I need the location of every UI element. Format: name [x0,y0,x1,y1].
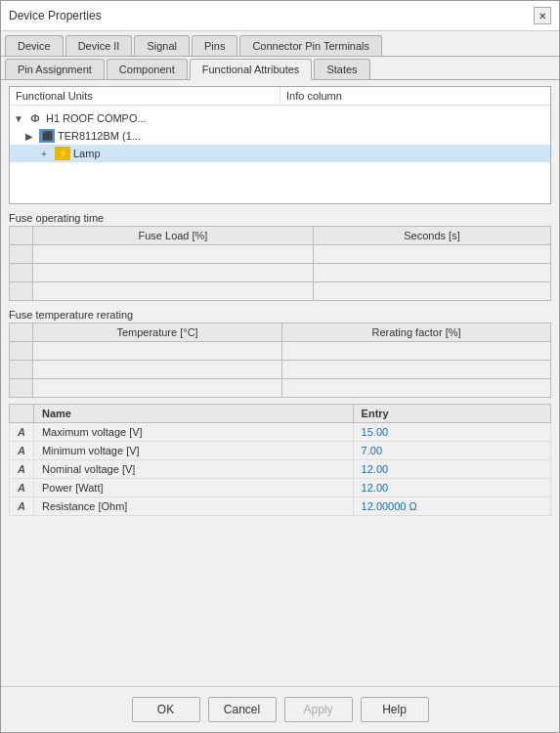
tree-header: Functional Units Info column [10,87,550,106]
prop-name-1: Minimum voltage [V] [33,442,353,460]
tree-item-root[interactable]: ▼ Ф H1 ROOF COMPO... [10,109,550,127]
temp-row-num-3 [10,379,33,398]
dialog-title: Device Properties [9,9,102,22]
temp-row-num-2 [10,361,33,379]
fuse-operating-time-section: Fuse operating time Fuse Load [%] Second… [9,210,551,301]
rerating-cell-2 [282,361,551,379]
fuse-load-cell-1 [33,245,314,264]
fuse-row-num-2 [10,264,33,282]
title-bar: Device Properties ✕ [1,1,559,31]
properties-table: Name Entry A Maximum voltage [V] 15.00 A… [9,404,551,516]
fuse-temperature-label: Fuse temperature rerating [9,309,551,321]
tree-label-component: TER8112BM (1... [58,130,141,142]
fuse-empty-row-1 [10,245,551,264]
fuse-row-num-3 [10,282,33,301]
functional-unit-icon: Ф [27,111,43,125]
fuse-seconds-cell-2 [313,264,550,282]
fuse-temperature-table: Temperature [°C] Rerating factor [%] [9,323,551,398]
prop-name-header: Name [33,405,353,423]
properties-row-2: A Nominal voltage [V] 12.00 [10,460,551,479]
prop-entry-4[interactable]: 12.00000 Ω [353,497,550,516]
fuse-seconds-cell-1 [313,245,550,264]
tab-states[interactable]: States [314,59,369,79]
expand-icon-lamp[interactable]: + [41,149,55,159]
properties-row-1: A Minimum voltage [V] 7.00 [10,442,551,460]
expand-icon-root[interactable]: ▼ [14,113,27,124]
prop-entry-2[interactable]: 12.00 [353,460,550,479]
tab-device2[interactable]: Device II [65,35,133,56]
properties-row-0: A Maximum voltage [V] 15.00 [10,423,551,442]
apply-button[interactable]: Apply [284,697,353,722]
prop-entry-1[interactable]: 7.00 [353,442,550,460]
tree-item-component[interactable]: ▶ ⬛ TER8112BM (1... [10,127,550,145]
title-bar-buttons: ✕ [534,7,551,24]
tree-label-lamp: Lamp [73,148,101,159]
prop-entry-header: Entry [353,405,550,423]
fuse-table-num-header [10,227,33,245]
fuse-load-cell-3 [33,282,314,301]
temp-cell-1 [33,342,282,361]
tab-pin-assignment[interactable]: Pin Assignment [5,59,105,79]
temp-row-num-1 [10,342,33,361]
tree-item-lamp[interactable]: + ⚡ Lamp [10,145,550,162]
expand-icon-component[interactable]: ▶ [25,131,39,142]
tree-area: ▼ Ф H1 ROOF COMPO... ▶ ⬛ TER8112BM (1...… [10,106,550,203]
functional-units-panel: Functional Units Info column ▼ Ф H1 ROOF… [9,86,551,204]
close-button[interactable]: ✕ [534,7,551,24]
help-button[interactable]: Help [361,697,429,722]
fuse-empty-row-2 [10,264,551,282]
temp-table-num-header [10,323,33,342]
fuse-seconds-header: Seconds [s] [313,227,550,245]
lamp-icon: ⚡ [55,147,70,160]
device-properties-dialog: Device Properties ✕ Device Device II Sig… [0,0,560,733]
tab-signal[interactable]: Signal [134,35,190,56]
tab-device[interactable]: Device [5,35,64,56]
tab-functional-attrs[interactable]: Functional Attributes [190,59,313,80]
tab-pins[interactable]: Pins [192,35,237,56]
properties-section: Name Entry A Maximum voltage [V] 15.00 A… [9,404,551,516]
prop-icon-3: A [10,479,34,497]
button-row: OK Cancel Apply Help [1,686,559,732]
prop-icon-2: A [10,460,34,479]
prop-entry-3[interactable]: 12.00 [353,479,550,497]
prop-name-3: Power [Watt] [33,479,353,497]
prop-name-4: Resistance [Ohm] [33,497,353,516]
prop-icon-0: A [10,423,34,442]
prop-entry-0[interactable]: 15.00 [353,423,550,442]
component-icon: ⬛ [39,129,55,143]
prop-icon-header [10,405,34,423]
rerating-header: Rerating factor [%] [282,323,551,342]
temp-empty-row-1 [10,342,551,361]
fuse-operating-table: Fuse Load [%] Seconds [s] [9,226,551,301]
fuse-load-cell-2 [33,264,314,282]
prop-icon-1: A [10,442,34,460]
temp-cell-3 [33,379,282,398]
fuse-load-header: Fuse Load [%] [33,227,314,245]
cancel-button[interactable]: Cancel [208,697,277,722]
temp-header: Temperature [°C] [33,323,282,342]
properties-row-4: A Resistance [Ohm] 12.00000 Ω [10,497,551,516]
fuse-operating-label: Fuse operating time [9,212,551,224]
tree-col-2: Info column [280,87,550,105]
fuse-row-num-1 [10,245,33,264]
tab-connector[interactable]: Connector Pin Terminals [239,35,382,56]
fuse-temperature-section: Fuse temperature rerating Temperature [°… [9,307,551,398]
properties-row-3: A Power [Watt] 12.00 [10,479,551,497]
temp-cell-2 [33,361,282,379]
prop-icon-4: A [10,497,34,516]
tabs-row-1: Device Device II Signal Pins Connector P… [1,31,559,57]
tabs-row-2: Pin Assignment Component Functional Attr… [1,57,559,80]
rerating-cell-3 [282,379,551,398]
prop-name-2: Nominal voltage [V] [33,460,353,479]
tree-label-root: H1 ROOF COMPO... [46,112,147,124]
prop-name-0: Maximum voltage [V] [33,423,353,442]
tab-component[interactable]: Component [107,59,188,79]
temp-empty-row-2 [10,361,551,379]
tree-col-1: Functional Units [10,87,280,105]
ok-button[interactable]: OK [132,697,200,722]
fuse-empty-row-3 [10,282,551,301]
fuse-seconds-cell-3 [313,282,550,301]
temp-empty-row-3 [10,379,551,398]
rerating-cell-1 [282,342,551,361]
main-content: Functional Units Info column ▼ Ф H1 ROOF… [1,80,559,686]
